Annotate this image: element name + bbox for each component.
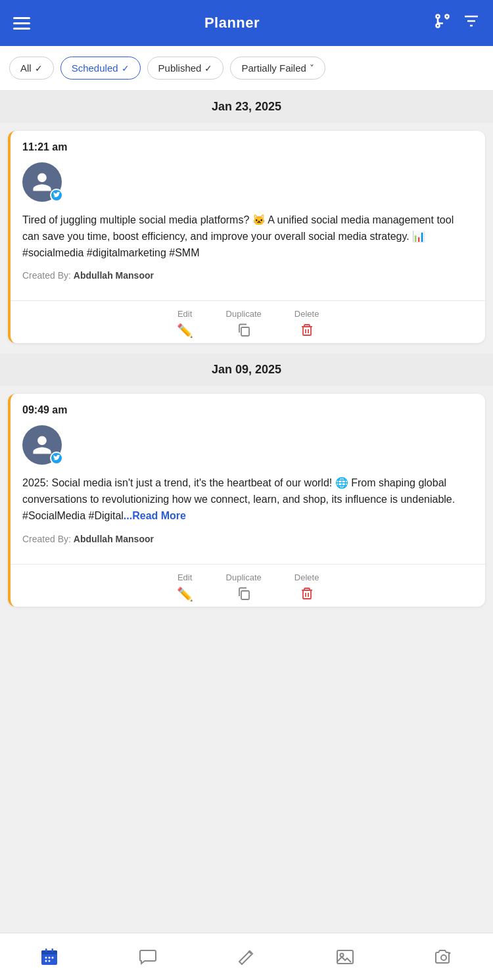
filter-bar: All ✓ Scheduled ✓ Published ✓ Partially … bbox=[0, 46, 493, 91]
camera-icon bbox=[434, 947, 454, 967]
compose-icon bbox=[237, 947, 256, 967]
duplicate-icon-2 bbox=[237, 586, 251, 604]
avatar-2 bbox=[22, 425, 62, 465]
date-label-2: Jan 09, 2025 bbox=[212, 363, 281, 376]
edit-label-2: Edit bbox=[177, 572, 192, 582]
twitter-badge-2 bbox=[50, 452, 63, 465]
media-icon bbox=[335, 947, 355, 967]
nav-planner[interactable] bbox=[29, 942, 70, 972]
filter-all[interactable]: All ✓ bbox=[9, 57, 54, 80]
filter-partially-failed-label: Partially Failed bbox=[241, 62, 306, 74]
duplicate-label-1: Duplicate bbox=[226, 309, 262, 319]
messages-icon bbox=[138, 947, 158, 967]
svg-point-22 bbox=[441, 955, 446, 960]
bottom-nav bbox=[0, 933, 493, 980]
filter-published[interactable]: Published ✓ bbox=[147, 57, 224, 80]
header-title: Planner bbox=[204, 14, 260, 32]
svg-point-0 bbox=[436, 15, 439, 18]
post-content-1: Tired of juggling multiple social media … bbox=[22, 212, 473, 261]
filter-scheduled-label: Scheduled bbox=[72, 62, 118, 74]
svg-rect-8 bbox=[303, 590, 311, 599]
svg-point-23 bbox=[449, 952, 451, 954]
filter-partially-failed-check: ˅ bbox=[310, 63, 314, 74]
svg-rect-7 bbox=[241, 591, 249, 599]
svg-rect-18 bbox=[45, 948, 47, 952]
filter-scheduled[interactable]: Scheduled ✓ bbox=[60, 57, 141, 80]
post-time-1: 11:21 am bbox=[22, 141, 473, 153]
user-icon-2 bbox=[31, 434, 53, 456]
post-avatar-row-2 bbox=[22, 425, 473, 465]
edit-icon-2: ✏️ bbox=[177, 586, 193, 602]
twitter-icon-1 bbox=[53, 192, 60, 199]
post-content-text-2: 2025: Social media isn't just a trend, i… bbox=[22, 477, 455, 521]
duplicate-label-2: Duplicate bbox=[226, 572, 262, 582]
creator-name-1: Abdullah Mansoor bbox=[74, 270, 154, 281]
filter-published-check: ✓ bbox=[204, 63, 212, 74]
post-time-2: 09:49 am bbox=[22, 404, 473, 416]
edit-button-1[interactable]: Edit ✏️ bbox=[177, 309, 193, 340]
post-actions-2: Edit ✏️ Duplicate Delete bbox=[11, 564, 485, 607]
date-label-1: Jan 23, 2025 bbox=[212, 100, 281, 113]
header: Planner bbox=[0, 0, 493, 46]
delete-icon-1 bbox=[300, 323, 314, 340]
delete-icon-2 bbox=[300, 586, 314, 604]
svg-rect-4 bbox=[303, 327, 311, 335]
nav-compose[interactable] bbox=[226, 942, 267, 972]
filter-all-check: ✓ bbox=[35, 63, 43, 74]
header-left bbox=[13, 17, 30, 30]
svg-point-15 bbox=[52, 956, 54, 958]
nav-media[interactable] bbox=[325, 942, 365, 972]
filter-all-label: All bbox=[20, 62, 32, 74]
branch-icon[interactable] bbox=[434, 12, 451, 34]
header-right bbox=[434, 12, 480, 34]
user-icon-1 bbox=[31, 171, 53, 193]
post-actions-1: Edit ✏️ Duplicate Delete bbox=[11, 300, 485, 343]
svg-point-17 bbox=[49, 960, 51, 962]
delete-button-2[interactable]: Delete bbox=[294, 572, 319, 604]
svg-point-2 bbox=[436, 24, 439, 28]
delete-label-2: Delete bbox=[294, 572, 319, 582]
nav-messages[interactable] bbox=[128, 942, 168, 972]
edit-label-1: Edit bbox=[177, 309, 192, 319]
svg-point-16 bbox=[45, 960, 47, 962]
post-card-2: 09:49 am 2025: Social media isn't just a… bbox=[8, 394, 485, 606]
date-separator-1: Jan 23, 2025 bbox=[0, 91, 493, 123]
svg-point-1 bbox=[445, 15, 448, 18]
svg-rect-19 bbox=[52, 948, 54, 952]
duplicate-button-1[interactable]: Duplicate bbox=[226, 309, 262, 340]
twitter-icon-2 bbox=[53, 455, 60, 462]
delete-label-1: Delete bbox=[294, 309, 319, 319]
svg-point-14 bbox=[49, 956, 51, 958]
post-card-1: 11:21 am Tired of juggling multiple soci… bbox=[8, 131, 485, 343]
post-avatar-row-1 bbox=[22, 162, 473, 202]
menu-icon[interactable] bbox=[13, 17, 30, 30]
filter-scheduled-check: ✓ bbox=[122, 63, 129, 74]
svg-rect-3 bbox=[241, 327, 249, 336]
edit-icon-1: ✏️ bbox=[177, 323, 193, 338]
creator-name-2: Abdullah Mansoor bbox=[74, 534, 154, 544]
svg-point-13 bbox=[45, 956, 47, 958]
read-more-2[interactable]: ...Read More bbox=[124, 510, 186, 521]
content-area: Jan 23, 2025 11:21 am Tired of juggling … bbox=[0, 91, 493, 670]
created-by-2: Created By: Abdullah Mansoor bbox=[22, 534, 473, 544]
date-separator-2: Jan 09, 2025 bbox=[0, 354, 493, 386]
nav-camera[interactable] bbox=[423, 942, 464, 972]
duplicate-button-2[interactable]: Duplicate bbox=[226, 572, 262, 604]
post-content-2: 2025: Social media isn't just a trend, i… bbox=[22, 475, 473, 524]
edit-button-2[interactable]: Edit ✏️ bbox=[177, 572, 193, 604]
filter-icon[interactable] bbox=[463, 12, 480, 34]
filter-partially-failed[interactable]: Partially Failed ˅ bbox=[230, 57, 325, 80]
avatar-1 bbox=[22, 162, 62, 202]
twitter-badge-1 bbox=[50, 189, 63, 202]
svg-rect-12 bbox=[41, 950, 57, 954]
duplicate-icon-1 bbox=[237, 323, 251, 340]
delete-button-1[interactable]: Delete bbox=[294, 309, 319, 340]
post-card-2-inner: 09:49 am 2025: Social media isn't just a… bbox=[11, 394, 485, 563]
calendar-icon bbox=[39, 947, 59, 967]
filter-published-label: Published bbox=[158, 62, 202, 74]
created-by-1: Created By: Abdullah Mansoor bbox=[22, 270, 473, 281]
post-card-1-inner: 11:21 am Tired of juggling multiple soci… bbox=[11, 131, 485, 300]
